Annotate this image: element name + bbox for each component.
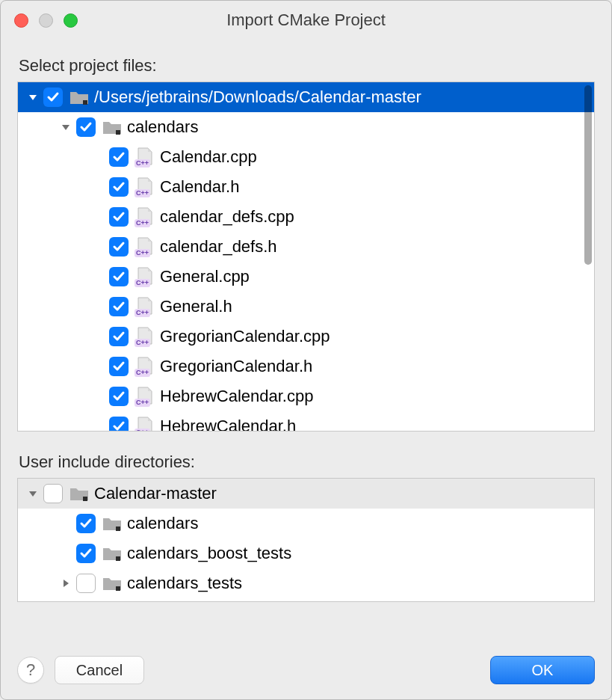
dialog-window: Import CMake Project Select project file… bbox=[0, 0, 612, 700]
chevron-right-icon[interactable] bbox=[58, 576, 73, 591]
window-title: Import CMake Project bbox=[1, 10, 611, 30]
button-label: OK bbox=[532, 662, 554, 679]
tree-row-file[interactable]: C++ HebrewCalendar.cpp bbox=[18, 381, 594, 411]
tree-row-file[interactable]: C++ GregorianCalendar.cpp bbox=[18, 322, 594, 351]
cpp-file-icon: C++ bbox=[135, 236, 155, 257]
checkbox[interactable] bbox=[76, 514, 96, 533]
checkbox[interactable] bbox=[43, 88, 63, 107]
checkbox[interactable] bbox=[76, 544, 96, 563]
row-label: calendars_boost_tests bbox=[127, 544, 291, 563]
row-label: calendars bbox=[127, 514, 198, 533]
svg-rect-1 bbox=[83, 100, 87, 105]
svg-marker-8 bbox=[64, 580, 69, 587]
checkbox[interactable] bbox=[76, 574, 96, 593]
checkbox[interactable] bbox=[109, 417, 129, 432]
tree-row-file[interactable]: C++ HebrewCalendar.h bbox=[18, 411, 594, 432]
row-label: /Users/jetbrains/Downloads/Calendar-mast… bbox=[94, 88, 421, 107]
folder-icon bbox=[69, 483, 90, 504]
tree: /Users/jetbrains/Downloads/Calendar-mast… bbox=[18, 82, 594, 432]
dialog-footer: ? Cancel OK bbox=[1, 644, 611, 699]
row-label: General.h bbox=[160, 297, 232, 316]
tree-row-folder[interactable]: calendars bbox=[18, 509, 594, 538]
row-label: calendars_tests bbox=[127, 574, 242, 593]
tree-row-folder[interactable]: calendars bbox=[18, 112, 594, 142]
scrollbar[interactable] bbox=[584, 85, 592, 265]
titlebar: Import CMake Project bbox=[1, 1, 611, 40]
cpp-file-icon: C++ bbox=[135, 296, 155, 317]
tree: Calendar-master calendars ca bbox=[18, 479, 594, 598]
checkbox[interactable] bbox=[109, 327, 129, 346]
folder-icon bbox=[102, 573, 123, 594]
svg-rect-6 bbox=[116, 526, 120, 531]
row-label: calendar_defs.cpp bbox=[160, 207, 294, 227]
chevron-down-icon[interactable] bbox=[25, 90, 40, 105]
include-dirs-label: User include directories: bbox=[19, 452, 595, 472]
cpp-file-icon: C++ bbox=[135, 147, 155, 168]
cpp-file-icon: C++ bbox=[135, 386, 155, 407]
svg-marker-0 bbox=[29, 95, 37, 100]
checkbox[interactable] bbox=[43, 484, 63, 503]
checkbox[interactable] bbox=[109, 297, 129, 316]
tree-row-file[interactable]: C++ General.h bbox=[18, 292, 594, 322]
cpp-file-icon: C++ bbox=[135, 416, 155, 432]
row-label: Calendar.cpp bbox=[160, 147, 257, 167]
svg-rect-9 bbox=[116, 586, 120, 591]
cpp-file-icon: C++ bbox=[135, 206, 155, 227]
row-label: General.cpp bbox=[160, 267, 250, 286]
row-label: HebrewCalendar.h bbox=[160, 417, 296, 432]
checkbox[interactable] bbox=[76, 117, 96, 137]
cpp-file-icon: C++ bbox=[135, 176, 155, 197]
cpp-file-icon: C++ bbox=[135, 326, 155, 347]
chevron-down-icon[interactable] bbox=[58, 120, 73, 135]
tree-row-file[interactable]: C++ GregorianCalendar.h bbox=[18, 351, 594, 381]
dialog-body: Select project files: /Users/jetbrains/D… bbox=[1, 40, 611, 644]
row-label: GregorianCalendar.cpp bbox=[160, 327, 330, 346]
folder-icon bbox=[69, 87, 90, 108]
tree-row-folder[interactable]: calendars_boost_tests bbox=[18, 538, 594, 568]
row-label: Calendar.h bbox=[160, 177, 239, 197]
checkbox[interactable] bbox=[109, 387, 129, 406]
zoom-window-icon[interactable] bbox=[64, 13, 78, 28]
folder-icon bbox=[102, 513, 123, 534]
checkbox[interactable] bbox=[109, 207, 129, 227]
svg-marker-4 bbox=[29, 491, 37, 497]
checkbox[interactable] bbox=[109, 357, 129, 376]
row-label: calendars bbox=[127, 117, 198, 137]
tree-row-file[interactable]: C++ calendar_defs.cpp bbox=[18, 202, 594, 232]
cpp-file-icon: C++ bbox=[135, 266, 155, 287]
button-label: Cancel bbox=[76, 662, 123, 679]
svg-marker-2 bbox=[62, 125, 69, 130]
checkbox[interactable] bbox=[109, 177, 129, 197]
help-icon: ? bbox=[26, 660, 35, 680]
checkbox[interactable] bbox=[109, 237, 129, 257]
window-controls bbox=[14, 13, 78, 28]
tree-row-file[interactable]: C++ Calendar.h bbox=[18, 172, 594, 202]
tree-row-file[interactable]: C++ Calendar.cpp bbox=[18, 142, 594, 172]
ok-button[interactable]: OK bbox=[490, 656, 595, 684]
close-window-icon[interactable] bbox=[14, 13, 28, 28]
checkbox[interactable] bbox=[109, 147, 129, 167]
tree-row-file[interactable]: C++ General.cpp bbox=[18, 262, 594, 292]
cpp-file-icon: C++ bbox=[135, 356, 155, 377]
cancel-button[interactable]: Cancel bbox=[55, 656, 144, 684]
chevron-down-icon[interactable] bbox=[25, 486, 40, 501]
row-label: HebrewCalendar.cpp bbox=[160, 387, 313, 406]
tree-row-root[interactable]: Calendar-master bbox=[18, 479, 594, 509]
tree-row-folder[interactable]: calendars_tests bbox=[18, 568, 594, 598]
minimize-window-icon[interactable] bbox=[39, 13, 53, 28]
svg-rect-7 bbox=[116, 556, 120, 561]
row-label: GregorianCalendar.h bbox=[160, 357, 312, 376]
project-files-label: Select project files: bbox=[19, 56, 595, 76]
svg-rect-5 bbox=[83, 497, 87, 501]
folder-icon bbox=[102, 117, 123, 138]
folder-icon bbox=[102, 543, 123, 564]
svg-rect-3 bbox=[116, 130, 120, 135]
help-button[interactable]: ? bbox=[17, 657, 44, 684]
checkbox[interactable] bbox=[109, 267, 129, 286]
row-label: Calendar-master bbox=[94, 484, 217, 503]
project-files-tree[interactable]: /Users/jetbrains/Downloads/Calendar-mast… bbox=[17, 82, 595, 432]
tree-row-file[interactable]: C++ calendar_defs.h bbox=[18, 232, 594, 262]
tree-row-root[interactable]: /Users/jetbrains/Downloads/Calendar-mast… bbox=[18, 82, 594, 112]
row-label: calendar_defs.h bbox=[160, 237, 277, 257]
include-dirs-tree[interactable]: Calendar-master calendars ca bbox=[17, 478, 595, 602]
